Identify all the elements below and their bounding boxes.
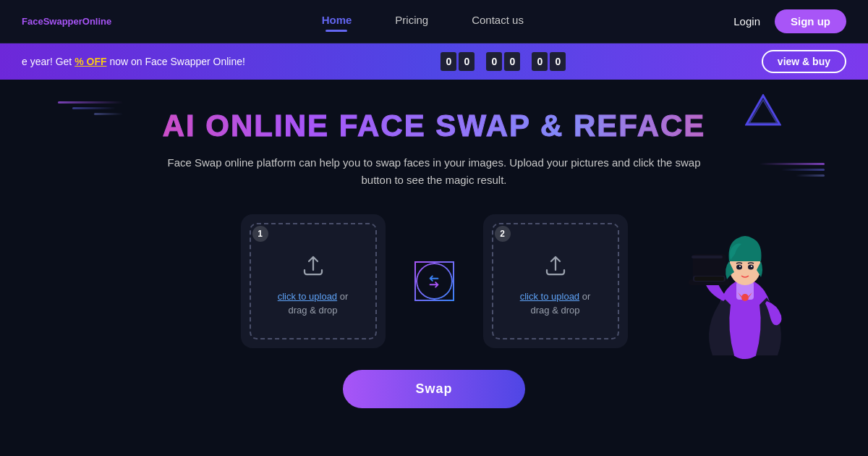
upload-click-link-1[interactable]: click to upload [278, 291, 337, 302]
auth-buttons: Login Sign up [733, 9, 846, 33]
svg-rect-14 [694, 276, 724, 281]
upload-icon-1 [300, 253, 326, 282]
promo-banner: e year! Get % OFF now on Face Swapper On… [0, 43, 868, 80]
digit-h1: 0 [486, 52, 502, 71]
countdown-mins: 0 0 [532, 52, 566, 71]
magician-character [687, 211, 803, 355]
swap-arrows-icon[interactable] [414, 261, 454, 301]
discount-label: % OFF [75, 56, 106, 67]
nav-pricing[interactable]: Pricing [395, 14, 428, 29]
digit-h2: 0 [504, 52, 520, 71]
svg-point-6 [736, 265, 742, 270]
digit-d1: 0 [441, 52, 456, 71]
main-content: AI ONLINE FACE SWAP & REFACE Face Swap o… [0, 80, 868, 456]
brand-name: FaceSwapperOnline [22, 16, 111, 27]
view-buy-button[interactable]: view & buy [762, 50, 846, 73]
hero-subtitle: Face Swap online platform can help you t… [166, 154, 702, 189]
upload-number-2: 2 [495, 226, 511, 242]
hero-section: AI ONLINE FACE SWAP & REFACE Face Swap o… [43, 109, 825, 189]
digit-m1: 0 [532, 52, 548, 71]
upload-text-1: click to upload or drag & drop [278, 290, 349, 316]
upload-text-2: click to upload or drag & drop [520, 290, 591, 316]
digit-m2: 0 [550, 52, 566, 71]
nav-contact[interactable]: Contact us [472, 14, 524, 29]
upload-click-link-2[interactable]: click to upload [520, 291, 579, 302]
swap-button[interactable]: Swap [343, 370, 524, 408]
signup-button[interactable]: Sign up [775, 9, 846, 33]
navbar: FaceSwapperOnline Home Pricing Contact u… [0, 0, 868, 43]
upload-section: 1 click to upload or drag & drop 2 [43, 214, 825, 348]
brand-logo[interactable]: FaceSwapperOnline [22, 16, 111, 27]
upload-box-2[interactable]: 2 click to upload or drag & drop [483, 214, 628, 348]
swap-button-container: Swap [43, 370, 825, 408]
countdown-days: 0 0 [441, 52, 475, 71]
login-button[interactable]: Login [733, 15, 760, 28]
nav-menu: Home Pricing Contact us [322, 14, 524, 29]
upload-box-1[interactable]: 1 click to upload or drag & drop [241, 214, 386, 348]
nav-home[interactable]: Home [322, 14, 352, 29]
digit-d2: 0 [459, 52, 475, 71]
svg-point-4 [741, 294, 749, 301]
svg-point-9 [751, 266, 752, 267]
hero-title: AI ONLINE FACE SWAP & REFACE [43, 109, 825, 143]
upload-number-1: 1 [252, 226, 268, 242]
svg-point-8 [739, 266, 741, 267]
countdown-timer: 0 0 0 0 0 0 [441, 52, 566, 71]
upload-icon-2 [542, 253, 569, 282]
svg-point-7 [748, 265, 754, 270]
svg-rect-12 [692, 256, 723, 258]
countdown-hours: 0 0 [486, 52, 520, 71]
promo-text: e year! Get % OFF now on Face Swapper On… [22, 56, 245, 67]
